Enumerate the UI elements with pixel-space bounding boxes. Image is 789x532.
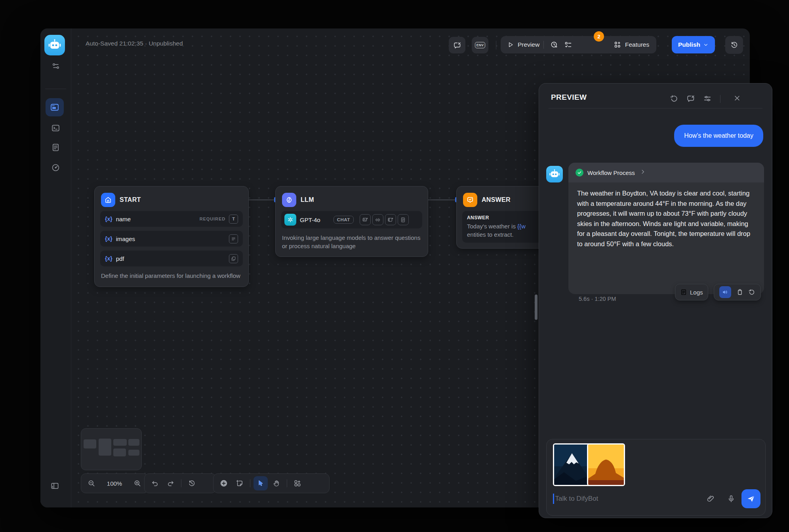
paragraph-type-icon [229,234,238,243]
app-logo[interactable] [44,35,65,55]
redo-icon [167,479,175,487]
zoom-in-icon [133,479,141,487]
plus-circle-icon [219,479,228,488]
logs-label: Logs [690,289,703,296]
change-history-button[interactable] [185,476,199,490]
video-capability-icon [385,214,396,225]
message-input[interactable]: Talk to DifyBot [553,487,760,511]
zoom-controls: 100% [81,473,148,493]
input-placeholder: Talk to DifyBot [555,495,701,503]
microphone-icon [727,494,736,503]
conversation-annotation-button[interactable] [686,94,695,104]
required-tag: REQUIRED [200,217,225,221]
start-field-images[interactable]: {x} images [100,231,243,247]
answer-variable: {{w [517,223,526,230]
close-panel-button[interactable] [733,94,741,104]
llm-node-title: LLM [301,196,314,203]
attached-image-sunset-mountain[interactable] [587,443,625,486]
undo-button[interactable] [148,476,162,490]
panel-collapse-icon [50,481,59,490]
browser-window-icon [50,103,59,112]
history-icon [730,41,738,49]
collapse-sidebar-button[interactable] [50,481,59,492]
sidebar-item-monitoring[interactable] [40,163,71,172]
variable-icon: {x} [105,255,112,262]
undo-redo-controls [144,473,216,493]
cursor-icon [257,479,265,487]
restart-conversation-button[interactable] [670,94,678,104]
redo-button[interactable] [164,476,178,490]
node-llm[interactable]: LLM GPT-4 [275,186,428,257]
auto-layout-button[interactable] [290,476,305,490]
features-icon [614,41,621,49]
checklist-icon [564,41,572,49]
files-type-icon [229,254,238,263]
hand-mode-button[interactable] [269,476,284,490]
text-to-speech-button[interactable] [719,286,731,298]
zoom-out-icon [88,479,95,487]
minimap[interactable] [81,428,142,470]
zoom-out-button[interactable] [84,476,99,490]
sidebar-item-logs[interactable] [40,143,71,152]
start-field-pdf[interactable]: {x} pdf [100,251,243,266]
start-node-title: START [120,196,141,203]
publish-button[interactable]: Publish [672,36,715,53]
annotation-button[interactable] [449,37,465,53]
toolbar-divider [496,41,496,49]
panel-header-divider [549,108,762,108]
add-note-button[interactable] [233,476,247,490]
zoom-level[interactable]: 100% [105,480,124,487]
undo-icon [151,479,159,487]
message-actions [714,284,761,300]
sidebar-item-terminal[interactable] [40,124,71,133]
header-divider [720,95,720,103]
send-button[interactable] [741,489,760,508]
audio-capability-icon [372,214,383,225]
sidebar-item-orchestrate[interactable] [46,98,64,116]
gauge-icon [51,163,60,172]
panel-resize-handle[interactable] [535,294,537,320]
preview-panel: PREVIEW How's the weather today [539,83,772,518]
llm-node-description: Invoking large language models to answer… [282,234,421,250]
user-message-bubble: How's the weather today [674,125,763,147]
model-name: GPT-4o [300,217,320,223]
start-field-name[interactable]: {x} name REQUIRED T [100,211,243,227]
note-add-icon [236,479,244,487]
robot-icon [549,169,560,180]
env-icon: ENV [475,42,486,48]
checklist-count-badge: 2 [594,31,604,42]
checklist-button[interactable] [564,41,572,49]
node-start[interactable]: START {x} name REQUIRED T {x} images {x}… [94,186,249,287]
screen: Auto-Saved 21:02:35 · Unpublished ENV Pr… [0,0,789,532]
robot-icon [48,38,61,52]
workflow-process-toggle[interactable]: Workflow Process [568,163,764,182]
attach-file-button[interactable] [706,494,715,503]
clipboard-icon [736,289,743,296]
preview-run-button[interactable]: Preview [507,41,539,48]
retry-icon [748,289,755,296]
version-history-button[interactable] [725,36,743,54]
terminal-icon [51,124,60,133]
attached-image-night-mountain[interactable] [553,443,591,486]
pointer-mode-button[interactable] [253,476,268,490]
workflow-settings-icon[interactable] [40,62,71,70]
bot-answer-text: The weather in Boydton, VA today is clea… [568,182,764,249]
copy-button[interactable] [736,289,743,296]
chat-check-icon [466,196,474,204]
conversation-settings-button[interactable] [703,94,712,104]
logs-button[interactable]: Logs [675,284,708,300]
env-variables-button[interactable]: ENV [472,37,488,53]
refresh-icon [670,94,678,103]
regenerate-button[interactable] [748,289,755,296]
features-button[interactable]: Features [606,36,656,53]
answer-node-icon [463,193,477,207]
preview-run-label: Preview [518,41,539,48]
chevron-down-icon [703,42,709,48]
start-node-description: Define the initial parameters for launch… [101,272,242,280]
voice-input-button[interactable] [727,494,736,503]
run-history-button[interactable] [550,41,558,49]
zoom-in-button[interactable] [130,476,145,490]
model-selector[interactable]: GPT-4o CHAT [281,211,422,228]
add-node-button[interactable] [217,476,231,490]
start-node-icon [101,193,115,207]
